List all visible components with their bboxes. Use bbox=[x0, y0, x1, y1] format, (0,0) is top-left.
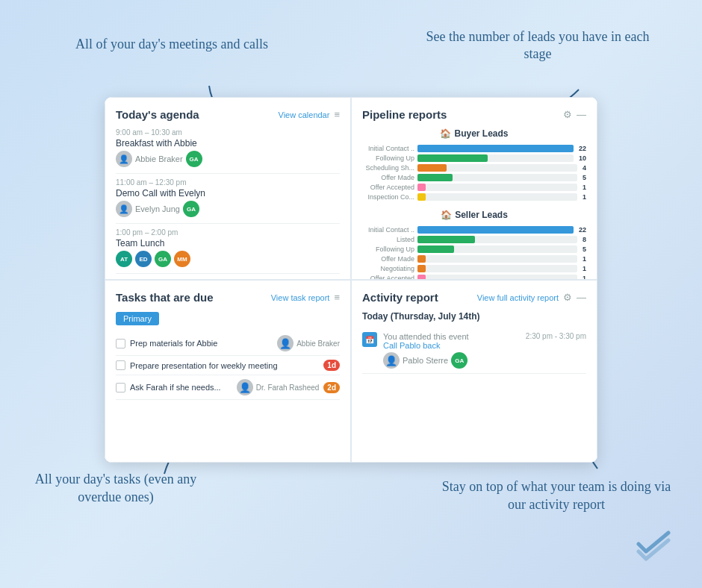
assignee-name-1: Abbie Braker bbox=[296, 340, 340, 348]
buyer-count-2: 10 bbox=[579, 154, 586, 162]
seller-row-5: Negotiating 1 bbox=[362, 265, 586, 272]
agenda-item-3: 1:00 pm – 2:00 pm Team Lunch AT ED GA MM bbox=[116, 228, 340, 267]
seller-count-3: 5 bbox=[583, 245, 586, 253]
buyer-bar-3 bbox=[417, 164, 577, 172]
seller-leads-section: 🏠 Seller Leads Initial Contact .. 22 Lis… bbox=[362, 210, 586, 280]
avatar-abbie: 👤 bbox=[116, 151, 132, 167]
seller-bar-5 bbox=[417, 265, 577, 272]
task-assignee-3: 👤 Dr. Farah Rasheed bbox=[237, 379, 320, 395]
view-calendar-link[interactable]: View calendar bbox=[279, 110, 330, 119]
view-task-report-link[interactable]: View task report bbox=[271, 293, 330, 302]
activity-link-1[interactable]: Call Pablo back bbox=[383, 341, 520, 350]
buyer-leads-section: 🏠 Buyer Leads Initial Contact .. 22 Foll… bbox=[362, 128, 586, 201]
tasks-menu-icon[interactable]: ≡ bbox=[334, 292, 340, 303]
buyer-row-5: Offer Accepted 1 bbox=[362, 184, 586, 191]
agenda-item-2: 11:00 am – 12:30 pm Demo Call with Evely… bbox=[116, 178, 340, 217]
buyer-row-6: Inspection Co... 1 bbox=[362, 193, 586, 201]
avatar-ga-1: GA bbox=[186, 151, 202, 167]
buyer-row-1: Initial Contact .. 22 bbox=[362, 145, 586, 152]
seller-count-4: 1 bbox=[583, 255, 586, 263]
buyer-label-1: Initial Contact .. bbox=[362, 145, 414, 152]
seller-row-6: Offer Accepted 1 bbox=[362, 275, 586, 280]
task-item-2: Prepare presentation for weekly meeting … bbox=[116, 356, 340, 375]
seller-bar-4 bbox=[417, 255, 577, 263]
activity-settings-icon[interactable]: ⚙ bbox=[563, 292, 572, 303]
buyer-bar-6 bbox=[417, 193, 577, 201]
pipeline-settings-icon[interactable]: ⚙ bbox=[563, 109, 572, 120]
activity-item-1: 📅 You attended this event Call Pablo bac… bbox=[362, 328, 586, 374]
task-checkbox-1[interactable] bbox=[116, 339, 125, 348]
assignee-name-3: Dr. Farah Rasheed bbox=[256, 384, 320, 392]
activity-header: Activity report View full activity repor… bbox=[362, 291, 586, 304]
seller-label-1: Initial Contact .. bbox=[362, 226, 414, 234]
avatar-mm: MM bbox=[174, 251, 190, 267]
primary-tab[interactable]: Primary bbox=[116, 312, 159, 325]
buyer-row-3: Scheduling Sh... 4 bbox=[362, 164, 586, 172]
task-badge-3: 2d bbox=[323, 382, 340, 393]
activity-calendar-icon: 📅 bbox=[362, 332, 377, 347]
task-badge-2: 1d bbox=[323, 360, 340, 371]
pipeline-panel: Pipeline reports ⚙ — 🏠 Buyer Leads Initi… bbox=[351, 97, 597, 280]
buyer-bar-4 bbox=[417, 174, 577, 181]
task-item-3: Ask Farah if she needs... 👤 Dr. Farah Ra… bbox=[116, 375, 340, 400]
buyer-count-6: 1 bbox=[583, 193, 586, 201]
seller-bar-1 bbox=[417, 226, 574, 234]
seller-label-3: Following Up bbox=[362, 245, 414, 253]
agenda-panel: Today's agenda View calendar ≡ 9:00 am –… bbox=[105, 97, 351, 280]
activity-desc-1: You attended this event bbox=[383, 332, 520, 341]
pipeline-title: Pipeline reports bbox=[362, 108, 447, 121]
divider-3 bbox=[116, 273, 340, 274]
task-checkbox-3[interactable] bbox=[116, 383, 125, 392]
seller-label-5: Negotiating bbox=[362, 265, 414, 272]
agenda-event-2: Demo Call with Evelyn bbox=[116, 188, 340, 198]
tasks-panel: Tasks that are due View task report ≡ Pr… bbox=[105, 280, 351, 463]
pipeline-menu-icon[interactable]: — bbox=[577, 109, 586, 120]
agenda-menu-icon[interactable]: ≡ bbox=[334, 109, 340, 120]
buyer-bar-5 bbox=[417, 184, 577, 191]
tasks-controls: View task report ≡ bbox=[271, 292, 340, 303]
avatar-ga-activity: GA bbox=[451, 352, 468, 369]
agenda-header: Today's agenda View calendar ≡ bbox=[116, 108, 340, 121]
seller-count-6: 1 bbox=[583, 275, 586, 280]
agenda-item-1: 9:00 am – 10:30 am Breakfast with Abbie … bbox=[116, 128, 340, 167]
avatar-abbie-task: 👤 bbox=[277, 335, 293, 351]
seller-label-4: Offer Made bbox=[362, 255, 414, 263]
seller-label-2: Listed bbox=[362, 236, 414, 243]
task-item-1: Prep materials for Abbie 👤 Abbie Braker bbox=[116, 331, 340, 356]
logo bbox=[635, 525, 672, 566]
buyer-leads-title: 🏠 Buyer Leads bbox=[362, 128, 586, 139]
avatar-ed: ED bbox=[135, 251, 152, 267]
annotation-top-left: All of your day's meetings and calls bbox=[67, 36, 276, 53]
agenda-avatars-3: AT ED GA MM bbox=[116, 251, 340, 267]
seller-bar-6 bbox=[417, 275, 577, 280]
seller-count-5: 1 bbox=[583, 265, 586, 272]
activity-person-1: Pablo Sterre bbox=[403, 356, 448, 365]
buyer-row-4: Offer Made 5 bbox=[362, 174, 586, 181]
agenda-controls: View calendar ≡ bbox=[279, 109, 341, 120]
annotation-bottom-right: Stay on top of what your team is doing v… bbox=[441, 478, 672, 513]
agenda-time-2: 11:00 am – 12:30 pm bbox=[116, 178, 340, 187]
avatar-at: AT bbox=[116, 251, 132, 267]
buyer-label-5: Offer Accepted bbox=[362, 184, 414, 191]
seller-count-2: 8 bbox=[583, 236, 586, 243]
activity-content-1: You attended this event Call Pablo back … bbox=[383, 332, 520, 369]
activity-time-1: 2:30 pm - 3:30 pm bbox=[526, 332, 586, 340]
seller-bar-3 bbox=[417, 245, 577, 253]
dashboard: Today's agenda View calendar ≡ 9:00 am –… bbox=[105, 97, 597, 463]
view-full-activity-link[interactable]: View full activity report bbox=[477, 293, 559, 302]
tasks-title: Tasks that are due bbox=[116, 291, 214, 304]
task-checkbox-2[interactable] bbox=[116, 360, 125, 370]
activity-participants-1: 👤 Pablo Sterre GA bbox=[383, 352, 520, 369]
buyer-bar-2 bbox=[417, 154, 574, 162]
buyer-label-4: Offer Made bbox=[362, 174, 414, 181]
seller-row-1: Initial Contact .. 22 bbox=[362, 226, 586, 234]
seller-leads-title: 🏠 Seller Leads bbox=[362, 210, 586, 220]
buyer-label-3: Scheduling Sh... bbox=[362, 164, 414, 172]
seller-label-6: Offer Accepted bbox=[362, 275, 414, 280]
activity-controls: View full activity report ⚙ — bbox=[477, 292, 586, 303]
tasks-header: Tasks that are due View task report ≡ bbox=[116, 291, 340, 304]
activity-menu-icon[interactable]: — bbox=[577, 292, 586, 303]
seller-row-4: Offer Made 1 bbox=[362, 255, 586, 263]
agenda-event-3: Team Lunch bbox=[116, 238, 340, 248]
annotation-top-right: See the number of leads you have in each… bbox=[418, 28, 657, 63]
